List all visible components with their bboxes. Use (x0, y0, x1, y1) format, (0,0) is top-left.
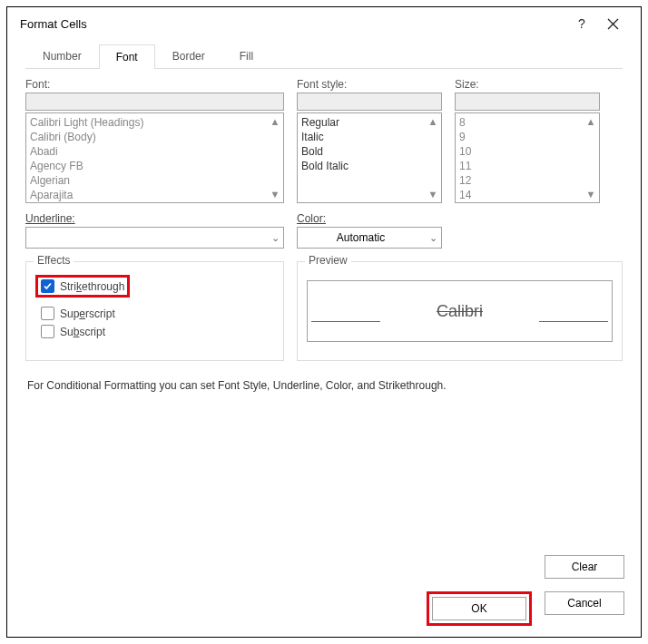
preview-text: Calibri (437, 302, 483, 321)
underline-label: Underline: (25, 212, 284, 225)
size-list[interactable]: ▲ 8 9 10 11 12 14 ▼ (455, 112, 600, 203)
scroll-up-icon[interactable]: ▲ (584, 115, 597, 128)
scroll-down-icon[interactable]: ▼ (427, 188, 439, 200)
font-list[interactable]: ▲ Calibri Light (Headings) Calibri (Body… (25, 112, 284, 203)
effects-group: Effects Strikethrough Superscript (25, 261, 284, 361)
list-item[interactable]: Algerian (30, 173, 280, 188)
scroll-down-icon[interactable]: ▼ (269, 188, 281, 200)
font-style-input[interactable] (297, 93, 442, 111)
dialog-title: Format Cells (20, 17, 87, 31)
list-item[interactable]: Calibri (Body) (30, 130, 280, 144)
preview-group: Preview Calibri (297, 261, 623, 361)
ok-highlight: OK (427, 591, 532, 626)
preview-box: Calibri (307, 280, 613, 342)
font-label: Font: (25, 78, 284, 91)
font-style-label: Font style: (297, 78, 442, 91)
scroll-up-icon[interactable]: ▲ (427, 115, 439, 128)
list-item[interactable]: Aparajita (30, 188, 280, 202)
close-icon (607, 18, 619, 30)
tab-font[interactable]: Font (99, 44, 155, 69)
color-value: Automatic (303, 231, 418, 244)
scroll-down-icon[interactable]: ▼ (584, 188, 597, 200)
superscript-checkbox[interactable] (41, 307, 54, 320)
list-item[interactable]: 12 (459, 173, 595, 188)
list-item[interactable]: Agency FB (30, 159, 280, 173)
font-style-list[interactable]: ▲ Regular Italic Bold Bold Italic ▼ (297, 112, 442, 203)
list-item[interactable]: 14 (459, 188, 595, 202)
list-item[interactable]: Bold (301, 144, 437, 159)
strikethrough-label: Strikethrough (60, 280, 124, 293)
chevron-down-icon: ⌄ (271, 232, 280, 244)
list-item[interactable]: Regular (301, 115, 437, 130)
list-item[interactable]: Abadi (30, 144, 280, 159)
tab-number[interactable]: Number (25, 44, 99, 68)
color-label: Color: (297, 212, 442, 225)
list-item[interactable]: Calibri Light (Headings) (30, 115, 280, 130)
preview-baseline-right (539, 321, 608, 322)
tab-fill[interactable]: Fill (222, 44, 270, 68)
subscript-label: Subscript (60, 326, 105, 338)
effects-legend: Effects (34, 254, 74, 267)
note-text: For Conditional Formatting you can set F… (25, 379, 623, 392)
list-item[interactable]: 9 (459, 130, 595, 144)
cancel-button[interactable]: Cancel (545, 591, 624, 615)
list-item[interactable]: 8 (459, 115, 595, 130)
color-dropdown[interactable]: Automatic ⌄ (297, 227, 442, 249)
tabs: Number Font Border Fill (25, 44, 623, 69)
chevron-down-icon: ⌄ (429, 232, 437, 244)
preview-baseline-left (311, 321, 380, 322)
size-label: Size: (455, 78, 600, 91)
subscript-checkbox[interactable] (41, 325, 54, 338)
size-input[interactable] (455, 93, 600, 111)
scroll-up-icon[interactable]: ▲ (269, 115, 281, 128)
clear-button[interactable]: Clear (545, 555, 624, 579)
check-icon (43, 281, 53, 291)
ok-button[interactable]: OK (432, 597, 526, 620)
list-item[interactable]: 11 (459, 159, 595, 173)
list-item[interactable]: Italic (301, 130, 437, 144)
strikethrough-checkbox[interactable] (41, 279, 54, 293)
help-button[interactable]: ? (566, 16, 597, 31)
strikethrough-highlight: Strikethrough (35, 275, 130, 298)
list-item[interactable]: Bold Italic (301, 159, 437, 173)
preview-legend: Preview (305, 254, 351, 267)
superscript-label: Superscript (60, 307, 115, 320)
list-item[interactable]: 10 (459, 144, 595, 159)
title-bar: Format Cells ? (7, 7, 641, 38)
tab-border[interactable]: Border (155, 44, 222, 68)
close-button[interactable] (597, 18, 628, 30)
underline-dropdown[interactable]: ⌄ (25, 227, 284, 249)
format-cells-dialog: Format Cells ? Number Font Border Fill F… (6, 6, 642, 638)
font-input[interactable] (25, 93, 284, 111)
